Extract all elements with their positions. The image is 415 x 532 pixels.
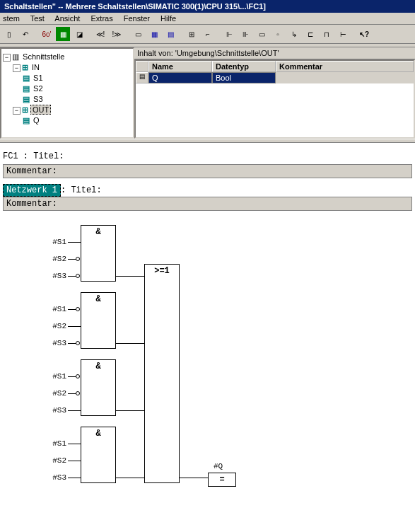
col-kommentar[interactable]: Kommentar bbox=[276, 61, 414, 72]
toolbar-btn-6[interactable]: ≪! bbox=[93, 26, 108, 42]
toolbar-btn-20[interactable]: ⊢ bbox=[335, 26, 351, 42]
pin-s2-3: #S2 bbox=[31, 389, 66, 398]
pin-s2-4: #S2 bbox=[31, 456, 66, 465]
col-datentyp[interactable]: Datentyp bbox=[212, 61, 276, 72]
pin-s1-1: #S1 bbox=[31, 238, 66, 246]
toolbar-btn-12[interactable]: ⌐ bbox=[200, 26, 216, 42]
path-bar: Inhalt von: 'Umgebung\Schnittstelle\OUT' bbox=[134, 47, 415, 59]
assign-block[interactable]: = bbox=[208, 473, 236, 487]
pin-s1-2: #S1 bbox=[31, 305, 66, 313]
menu-test[interactable]: Test bbox=[30, 14, 45, 23]
row-comment[interactable] bbox=[276, 72, 414, 83]
pin-s3-1: #S3 bbox=[31, 272, 66, 280]
and-gate-1[interactable]: & bbox=[81, 225, 116, 282]
fbd-diagram: & #S1 #S2 #S3 & #S1 #S2 #S3 & #S1 #S2 #S… bbox=[31, 225, 412, 508]
pin-s1-4: #S1 bbox=[31, 439, 66, 448]
row-type[interactable]: Bool bbox=[212, 72, 276, 83]
toolbar-btn-3[interactable]: 6o' bbox=[39, 26, 54, 42]
toolbar-btn-18[interactable]: ⊏ bbox=[303, 26, 318, 42]
code-area: FC1 : Titel: Kommentar: Netzwerk 1: Tite… bbox=[0, 143, 415, 514]
col-name[interactable]: Name bbox=[148, 61, 212, 72]
and-gate-2[interactable]: & bbox=[81, 292, 116, 349]
fc-comment-box[interactable]: Kommentar: bbox=[3, 164, 412, 178]
toolbar-btn-13[interactable]: ⊩ bbox=[221, 26, 237, 42]
tree-panel: −▥ Schnittstelle −⊞ IN ▤ S1 ▤ S2 ▤ S3 −⊞… bbox=[0, 47, 134, 139]
variable-table: Name Datentyp Kommentar ▤ Q Bool bbox=[134, 59, 415, 139]
toolbar-btn-15[interactable]: ▭ bbox=[254, 26, 269, 42]
toolbar: ▯ ↶ 6o' ▦ ◪ ≪! !≫ ▭ ▦ ▤ ⊞ ⌐ ⊩ ⊪ ▭ ▫ ↳ ⊏ … bbox=[0, 25, 415, 44]
menu-fenster[interactable]: Fenster bbox=[124, 14, 150, 23]
menu-extras[interactable]: Extras bbox=[90, 14, 112, 23]
toolbar-btn-9[interactable]: ▦ bbox=[146, 26, 162, 42]
output-q: #Q bbox=[214, 462, 223, 470]
network-title[interactable]: : Titel: bbox=[61, 185, 102, 195]
toolbar-btn-16[interactable]: ▫ bbox=[270, 26, 286, 42]
toolbar-btn-4[interactable]: ▦ bbox=[55, 26, 71, 42]
table-row[interactable]: ▤ Q Bool bbox=[136, 72, 414, 83]
window-titlebar: Schaltstellen" -- Mehrere Schaltstellen\… bbox=[0, 0, 415, 13]
tree-root[interactable]: −▥ Schnittstelle bbox=[3, 52, 131, 62]
tree-out[interactable]: −⊞ OUT bbox=[13, 105, 131, 115]
pin-s2-1: #S2 bbox=[31, 255, 66, 263]
network-label[interactable]: Netzwerk 1 bbox=[3, 184, 61, 197]
or-gate[interactable]: >=1 bbox=[144, 264, 180, 483]
menubar: stem Test Ansicht Extras Fenster Hilfe bbox=[0, 13, 415, 25]
pin-s3-3: #S3 bbox=[31, 406, 66, 415]
and-gate-4[interactable]: & bbox=[81, 427, 116, 483]
toolbar-btn-7[interactable]: !≫ bbox=[109, 26, 124, 42]
toolbar-btn-5[interactable]: ◪ bbox=[71, 26, 87, 42]
toolbar-help-icon[interactable]: ↖? bbox=[356, 26, 372, 42]
tree-in-s1[interactable]: ▤ S1 bbox=[23, 73, 131, 83]
toolbar-btn-14[interactable]: ⊪ bbox=[238, 26, 253, 42]
pin-s2-2: #S2 bbox=[31, 322, 66, 330]
toolbar-btn-19[interactable]: ⊓ bbox=[319, 26, 334, 42]
fc-title[interactable]: FC1 : Titel: bbox=[3, 151, 412, 161]
pin-s3-2: #S3 bbox=[31, 339, 66, 347]
menu-ansicht[interactable]: Ansicht bbox=[54, 14, 80, 23]
toolbar-btn-2[interactable]: ↶ bbox=[18, 26, 33, 42]
tree-out-q[interactable]: ▤ Q bbox=[23, 115, 131, 126]
menu-hilfe[interactable]: Hilfe bbox=[160, 14, 176, 23]
pin-s1-3: #S1 bbox=[31, 372, 66, 381]
col-icon[interactable] bbox=[136, 61, 148, 72]
tree-in-s3[interactable]: ▤ S3 bbox=[23, 94, 131, 105]
network-comment-box[interactable]: Kommentar: bbox=[3, 197, 412, 211]
toolbar-btn-8[interactable]: ▭ bbox=[130, 26, 146, 42]
menu-system[interactable]: stem bbox=[3, 14, 20, 23]
pin-s3-4: #S3 bbox=[31, 473, 66, 482]
tree-in-s2[interactable]: ▤ S2 bbox=[23, 83, 131, 94]
toolbar-btn-17[interactable]: ↳ bbox=[286, 26, 302, 42]
row-icon: ▤ bbox=[136, 72, 148, 83]
tree-in[interactable]: −⊞ IN bbox=[13, 62, 131, 73]
toolbar-btn-1[interactable]: ▯ bbox=[1, 26, 17, 42]
toolbar-btn-10[interactable]: ▤ bbox=[163, 26, 178, 42]
and-gate-3[interactable]: & bbox=[81, 359, 116, 416]
row-name[interactable]: Q bbox=[148, 72, 212, 83]
toolbar-btn-11[interactable]: ⊞ bbox=[184, 26, 199, 42]
